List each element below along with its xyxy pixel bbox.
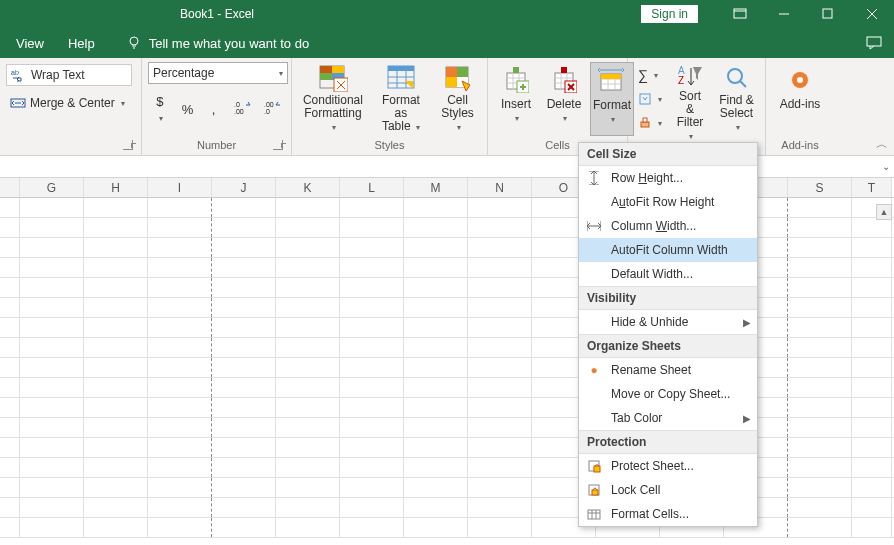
grid-cell[interactable] <box>84 418 148 437</box>
grid-cell[interactable] <box>84 238 148 257</box>
grid-cell[interactable] <box>276 198 340 217</box>
grid-cell[interactable] <box>148 318 212 337</box>
column-header[interactable]: J <box>212 178 276 197</box>
grid-cell[interactable] <box>212 318 276 337</box>
grid-cell[interactable] <box>0 478 20 497</box>
menu-protect-sheet[interactable]: Protect Sheet... <box>579 454 757 478</box>
grid-cell[interactable] <box>404 278 468 297</box>
grid-cell[interactable] <box>212 518 276 537</box>
grid-cell[interactable] <box>84 278 148 297</box>
grid-cell[interactable] <box>404 518 468 537</box>
group-label-number[interactable]: Number <box>148 137 285 155</box>
grid-cell[interactable] <box>212 298 276 317</box>
grid-cell[interactable] <box>852 478 892 497</box>
menu-hide-unhide[interactable]: Hide & Unhide ▶ <box>579 310 757 334</box>
grid-cell[interactable] <box>212 238 276 257</box>
menu-format-cells[interactable]: Format Cells... <box>579 502 757 526</box>
column-header[interactable] <box>0 178 20 197</box>
column-header[interactable]: I <box>148 178 212 197</box>
grid-cell[interactable] <box>468 218 532 237</box>
grid-cell[interactable] <box>788 338 852 357</box>
grid-cell[interactable] <box>404 418 468 437</box>
grid-cell[interactable] <box>852 298 892 317</box>
delete-cells-button[interactable]: Delete▾ <box>542 62 586 136</box>
grid-cell[interactable] <box>340 338 404 357</box>
column-header[interactable]: N <box>468 178 532 197</box>
grid-cell[interactable] <box>788 498 852 517</box>
grid-cell[interactable] <box>0 398 20 417</box>
grid-cell[interactable] <box>0 518 20 537</box>
grid-cell[interactable] <box>20 318 84 337</box>
grid-cell[interactable] <box>340 478 404 497</box>
grid-cell[interactable] <box>148 278 212 297</box>
grid-cell[interactable] <box>404 258 468 277</box>
column-header[interactable]: S <box>788 178 852 197</box>
grid-cell[interactable] <box>0 238 20 257</box>
grid-cell[interactable] <box>468 338 532 357</box>
grid-cell[interactable] <box>788 438 852 457</box>
grid-cell[interactable] <box>468 318 532 337</box>
grid-cell[interactable] <box>468 298 532 317</box>
number-format-select[interactable]: Percentage ▾ <box>148 62 288 84</box>
grid-cell[interactable] <box>468 198 532 217</box>
grid-cell[interactable] <box>84 458 148 477</box>
grid-cell[interactable] <box>84 518 148 537</box>
grid-cell[interactable] <box>148 498 212 517</box>
collapse-ribbon-icon[interactable]: ︿ <box>876 136 888 153</box>
grid-cell[interactable] <box>852 238 892 257</box>
grid-cell[interactable] <box>148 218 212 237</box>
grid-cell[interactable] <box>84 378 148 397</box>
grid-cell[interactable] <box>0 378 20 397</box>
grid-cell[interactable] <box>788 258 852 277</box>
grid-cell[interactable] <box>0 318 20 337</box>
grid-cell[interactable] <box>20 378 84 397</box>
grid-cell[interactable] <box>212 478 276 497</box>
grid-cell[interactable] <box>148 438 212 457</box>
grid-cell[interactable] <box>340 278 404 297</box>
clear-button[interactable]: ▾ <box>634 112 666 134</box>
grid-cell[interactable] <box>788 518 852 537</box>
grid-cell[interactable] <box>788 478 852 497</box>
grid-cell[interactable] <box>404 198 468 217</box>
grid-cell[interactable] <box>276 478 340 497</box>
maximize-icon[interactable] <box>806 0 850 28</box>
grid-cell[interactable] <box>276 358 340 377</box>
grid-cell[interactable] <box>788 238 852 257</box>
grid-cell[interactable] <box>340 418 404 437</box>
grid-cell[interactable] <box>276 398 340 417</box>
grid-cell[interactable] <box>852 438 892 457</box>
conditional-formatting-button[interactable]: Conditional Formatting ▾ <box>298 62 368 136</box>
grid-cell[interactable] <box>340 498 404 517</box>
ribbon-display-options-icon[interactable] <box>718 0 762 28</box>
percent-format-button[interactable]: % <box>178 100 198 119</box>
column-header[interactable]: K <box>276 178 340 197</box>
grid-cell[interactable] <box>212 218 276 237</box>
grid-cell[interactable] <box>468 398 532 417</box>
column-header[interactable]: G <box>20 178 84 197</box>
addins-button[interactable]: Add-ins <box>776 62 825 136</box>
grid-cell[interactable] <box>404 478 468 497</box>
grid-cell[interactable] <box>148 378 212 397</box>
grid-cell[interactable] <box>788 218 852 237</box>
grid-cell[interactable] <box>212 418 276 437</box>
grid-cell[interactable] <box>788 198 852 217</box>
grid-cell[interactable] <box>852 398 892 417</box>
grid-cell[interactable] <box>0 418 20 437</box>
comma-format-button[interactable]: , <box>204 100 224 119</box>
grid-cell[interactable] <box>212 258 276 277</box>
grid-cell[interactable] <box>84 338 148 357</box>
wrap-text-button[interactable]: ab Wrap Text <box>6 64 132 86</box>
grid-cell[interactable] <box>20 458 84 477</box>
menu-row-height[interactable]: Row Height... <box>579 166 757 190</box>
grid-cell[interactable] <box>276 238 340 257</box>
grid-cell[interactable] <box>84 438 148 457</box>
grid-cell[interactable] <box>20 438 84 457</box>
grid-cell[interactable] <box>276 258 340 277</box>
grid-cell[interactable] <box>20 358 84 377</box>
grid-cell[interactable] <box>340 518 404 537</box>
grid-cell[interactable] <box>852 258 892 277</box>
sign-in-button[interactable]: Sign in <box>641 5 698 23</box>
tab-help[interactable]: Help <box>56 28 107 58</box>
grid-cell[interactable] <box>276 498 340 517</box>
grid-cell[interactable] <box>84 198 148 217</box>
